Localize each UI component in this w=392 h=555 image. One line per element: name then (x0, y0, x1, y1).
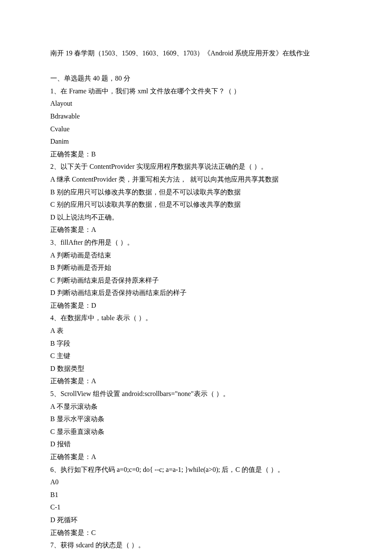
question-option: Bdrawable (50, 110, 342, 123)
question-stem: 6、执行如下程序代码 a=0;c=0; do{ --c; a=a-1; }whi… (50, 463, 342, 476)
question-option: AEnvironment.getExternalStorageState() (50, 552, 342, 555)
question-option: D 死循环 (50, 514, 342, 526)
question-stem: 3、fillAfter 的作用是（ ）。 (50, 236, 342, 249)
question-option: A0 (50, 476, 342, 489)
document-title: 南开 19 春学期（1503、1509、1603、1609、1703）《Andr… (50, 47, 342, 60)
question-option: B 判断动画是否开始 (50, 261, 342, 274)
document-page: 南开 19 春学期（1503、1509、1603、1609、1703）《Andr… (0, 0, 392, 555)
question-answer: 正确答案是：A (50, 451, 342, 463)
question-option: A 表 (50, 324, 342, 337)
question-answer: 正确答案是：A (50, 375, 342, 387)
question-stem: 1、在 Frame 动画中，我们将 xml 文件放在哪个文件夹下？（ ） (50, 85, 342, 98)
question-stem: 5、ScrollView 组件设置 android:scrollbars="no… (50, 387, 342, 400)
section-header: 一、单选题共 40 题，80 分 (50, 72, 342, 85)
question-option: C-1 (50, 501, 342, 514)
question-option: B 字段 (50, 337, 342, 350)
question-answer: 正确答案是：D (50, 299, 342, 312)
question-option: Cvalue (50, 123, 342, 136)
question-option: A 继承 ContentProvider 类，并重写相关方法， 就可以向其他应用… (50, 173, 342, 186)
question-stem: 2、以下关于 ContentProvider 实现应用程序数据共享说法正确的是（… (50, 160, 342, 173)
question-option: D 判断动画结束后是否保持动画结束后的样子 (50, 286, 342, 299)
question-stem: 7、获得 sdcard 的状态是（ ）。 (50, 539, 342, 552)
question-option: B1 (50, 489, 342, 501)
question-option: A 不显示滚动条 (50, 400, 342, 413)
question-option: Alayout (50, 97, 342, 110)
blank-line (50, 60, 342, 72)
question-option: C 判断动画结束后是否保持原来样子 (50, 274, 342, 287)
question-option: D 以上说法均不正确。 (50, 211, 342, 224)
question-option: D 报错 (50, 438, 342, 451)
question-option: B 显示水平滚动条 (50, 413, 342, 425)
question-option: Danim (50, 135, 342, 148)
question-stem: 4、在数据库中，table 表示（ ）。 (50, 312, 342, 324)
question-option: A 判断动画是否结束 (50, 249, 342, 262)
question-option: D 数据类型 (50, 362, 342, 375)
question-option: C 显示垂直滚动条 (50, 425, 342, 438)
question-answer: 正确答案是：A (50, 223, 342, 236)
question-option: B 别的应用只可以修改共享的数据，但是不可以读取共享的数据 (50, 186, 342, 199)
question-option: C 别的应用只可以读取共享的数据，但是不可以修改共享的数据 (50, 198, 342, 211)
question-answer: 正确答案是：C (50, 526, 342, 539)
question-answer: 正确答案是：B (50, 148, 342, 161)
question-option: C 主键 (50, 350, 342, 362)
